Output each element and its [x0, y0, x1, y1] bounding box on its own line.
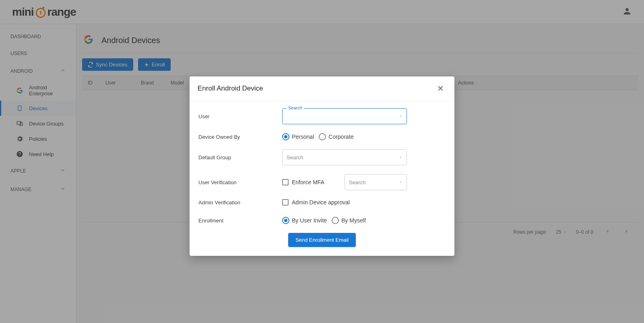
chevron-down-icon [398, 113, 402, 120]
user-label: User [198, 113, 282, 119]
close-button[interactable]: ✕ [435, 83, 446, 94]
form-row-user: User Search [198, 108, 446, 124]
send-button-row: Send Enrollment Email [198, 233, 446, 247]
select-placeholder: Search [349, 179, 365, 185]
send-enrollment-email-button[interactable]: Send Enrollment Email [288, 233, 356, 247]
form-row-user-verification: User Verification Enforce MFA Search [198, 174, 446, 190]
radio-by-myself[interactable]: By Myself [332, 217, 366, 224]
admin-verification-label: Admin Verification [198, 200, 282, 206]
enroll-device-modal: Enroll Android Device ✕ User Search Devi… [190, 76, 454, 256]
form-row-default-group: Default Group Search [198, 149, 446, 165]
chevron-down-icon [398, 179, 402, 185]
radio-icon [332, 217, 339, 224]
radio-label: By Myself [341, 217, 366, 224]
checkbox-label: Enforce MFA [292, 179, 324, 185]
radio-corporate[interactable]: Corporate [319, 133, 353, 140]
select-placeholder: Search [287, 154, 303, 160]
default-group-label: Default Group [198, 154, 282, 160]
checkbox-icon [282, 199, 289, 206]
owned-by-label: Device Owned By [198, 134, 282, 140]
radio-label: By User Invite [292, 217, 327, 224]
modal-title: Enroll Android Device [198, 84, 263, 93]
user-select[interactable]: Search [282, 108, 407, 124]
close-icon: ✕ [437, 84, 444, 93]
radio-icon [319, 133, 326, 140]
float-label: Search [287, 105, 304, 110]
radio-icon [282, 133, 289, 140]
checkbox-label: Admin Device approval [292, 199, 350, 206]
checkbox-icon [282, 179, 289, 185]
default-group-select[interactable]: Search [282, 149, 407, 165]
modal-header: Enroll Android Device ✕ [190, 76, 454, 101]
admin-approval-checkbox[interactable]: Admin Device approval [282, 199, 350, 206]
radio-label: Corporate [328, 134, 353, 140]
chevron-down-icon [398, 154, 402, 160]
enrollment-label: Enrollment [198, 218, 282, 224]
radio-label: Personal [292, 134, 314, 140]
modal-body: User Search Device Owned By Personal [190, 101, 454, 256]
form-row-admin-verification: Admin Verification Admin Device approval [198, 199, 446, 206]
mfa-select[interactable]: Search [345, 174, 407, 190]
enforce-mfa-checkbox[interactable]: Enforce MFA [282, 179, 324, 185]
radio-by-invite[interactable]: By User Invite [282, 217, 327, 224]
user-verification-label: User Verification [198, 179, 282, 185]
form-row-owned-by: Device Owned By Personal Corporate [198, 133, 446, 140]
radio-personal[interactable]: Personal [282, 133, 314, 140]
form-row-enrollment: Enrollment By User Invite By Myself [198, 217, 446, 224]
radio-icon [282, 217, 289, 224]
